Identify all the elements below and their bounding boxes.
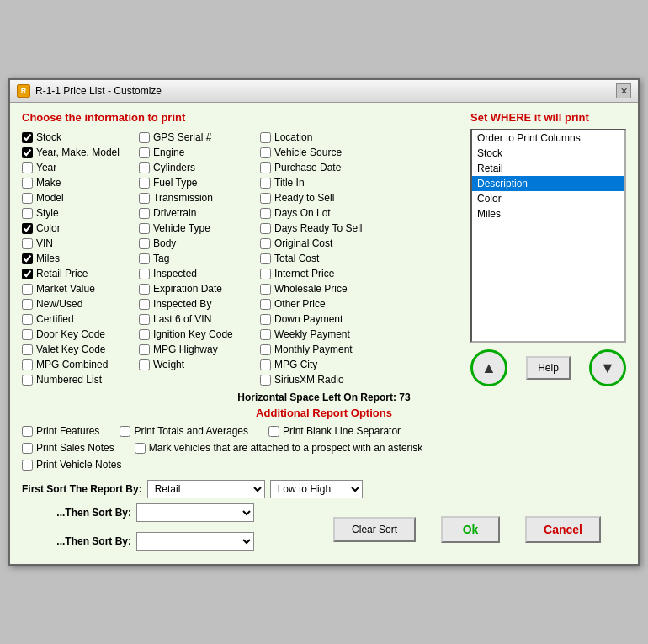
certified-checkbox[interactable] (22, 314, 33, 325)
days-lot-checkbox[interactable] (260, 208, 271, 219)
other-price-checkbox[interactable] (260, 299, 271, 310)
last6vin-label[interactable]: Last 6 of VIN (153, 313, 211, 325)
miles-checkbox[interactable] (22, 253, 33, 264)
clear-sort-button[interactable]: Clear Sort (333, 517, 416, 542)
new-used-checkbox[interactable] (22, 299, 33, 310)
wholesale-checkbox[interactable] (260, 284, 271, 295)
other-price-label[interactable]: Other Price (274, 298, 326, 310)
cancel-button[interactable]: Cancel (525, 516, 601, 543)
down-payment-label[interactable]: Down Payment (274, 313, 343, 325)
engine-label[interactable]: Engine (153, 146, 184, 158)
weight-label[interactable]: Weight (153, 359, 184, 370)
transmission-label[interactable]: Transmission (153, 192, 213, 204)
transmission-checkbox[interactable] (139, 193, 150, 204)
numbered-list-label[interactable]: Numbered List (36, 374, 102, 386)
print-features-label[interactable]: Print Features (36, 425, 99, 437)
ready-sell-checkbox[interactable] (260, 193, 271, 204)
print-totals-checkbox[interactable] (120, 426, 130, 437)
fuel-type-label[interactable]: Fuel Type (153, 177, 197, 189)
down-payment-checkbox[interactable] (260, 314, 271, 325)
year-checkbox[interactable] (22, 162, 33, 173)
vin-checkbox[interactable] (22, 238, 33, 249)
ready-sell-label[interactable]: Ready to Sell (274, 192, 334, 204)
sales-notes-checkbox[interactable] (22, 443, 33, 454)
drivetrain-checkbox[interactable] (139, 208, 150, 219)
year-label[interactable]: Year (36, 162, 56, 173)
make-label[interactable]: Make (36, 177, 61, 189)
order-list-item-miles[interactable]: Miles (472, 206, 624, 221)
location-label[interactable]: Location (274, 131, 312, 143)
valet-key-checkbox[interactable] (22, 344, 33, 355)
mpg-hwy-checkbox[interactable] (139, 344, 150, 355)
direction-select[interactable]: Low to High High to Low (270, 480, 363, 498)
vin-label[interactable]: VIN (36, 237, 53, 249)
days-lot-label[interactable]: Days On Lot (274, 207, 331, 219)
monthly-payment-checkbox[interactable] (260, 344, 271, 355)
blank-line-label[interactable]: Print Blank Line Separator (283, 425, 401, 437)
days-ready-label[interactable]: Days Ready To Sell (274, 222, 363, 234)
title-in-checkbox[interactable] (260, 178, 271, 189)
ignition-key-checkbox[interactable] (139, 329, 150, 340)
retail-price-checkbox[interactable] (22, 269, 33, 279)
retail-price-label[interactable]: Retail Price (36, 268, 88, 279)
order-list[interactable]: Order to Print Columns Stock Retail Desc… (470, 129, 626, 343)
purchase-date-checkbox[interactable] (260, 162, 271, 173)
fuel-type-checkbox[interactable] (139, 178, 150, 189)
valet-key-label[interactable]: Valet Key Code (36, 343, 106, 355)
gps-label[interactable]: GPS Serial # (153, 131, 211, 143)
weight-checkbox[interactable] (139, 359, 150, 370)
siriusxm-label[interactable]: SiriusXM Radio (274, 374, 344, 386)
certified-label[interactable]: Certified (36, 313, 74, 325)
mark-prospect-checkbox[interactable] (135, 443, 146, 454)
vehicle-source-label[interactable]: Vehicle Source (274, 146, 342, 158)
vehicle-type-label[interactable]: Vehicle Type (153, 222, 210, 234)
ignition-key-label[interactable]: Ignition Key Code (153, 328, 233, 340)
total-cost-label[interactable]: Total Cost (274, 253, 319, 264)
color-checkbox[interactable] (22, 223, 33, 234)
exp-date-checkbox[interactable] (139, 284, 150, 295)
inspected-checkbox[interactable] (139, 269, 150, 279)
order-list-item-order-to-print[interactable]: Order to Print Columns (472, 130, 624, 146)
weekly-payment-checkbox[interactable] (260, 329, 271, 340)
order-list-item-description[interactable]: Description (472, 176, 624, 191)
mpg-combined-checkbox[interactable] (22, 359, 33, 370)
order-list-item-color[interactable]: Color (472, 191, 624, 206)
engine-checkbox[interactable] (139, 147, 150, 158)
vehicle-notes-label[interactable]: Print Vehicle Notes (36, 459, 121, 471)
market-value-checkbox[interactable] (22, 284, 33, 295)
ok-button[interactable]: Ok (441, 516, 500, 543)
first-sort-select[interactable]: Retail Stock Year Make Model Color VIN M… (147, 480, 265, 498)
inspected-label[interactable]: Inspected (153, 268, 197, 279)
last6vin-checkbox[interactable] (139, 314, 150, 325)
numbered-list-checkbox[interactable] (22, 375, 33, 386)
mark-prospect-label[interactable]: Mark vehicles that are attached to a pro… (149, 442, 423, 454)
orig-cost-label[interactable]: Original Cost (274, 237, 332, 249)
drivetrain-label[interactable]: Drivetrain (153, 207, 196, 219)
title-in-label[interactable]: Title In (274, 177, 305, 189)
then-sort-select-1[interactable]: Stock Year Make Model Color Retail (136, 503, 254, 522)
exp-date-label[interactable]: Expiration Date (153, 283, 222, 295)
inspected-by-label[interactable]: Inspected By (153, 298, 211, 310)
down-button[interactable]: ▼ (589, 349, 626, 386)
print-totals-label[interactable]: Print Totals and Averages (134, 425, 248, 437)
model-checkbox[interactable] (22, 193, 33, 204)
door-key-checkbox[interactable] (22, 329, 33, 340)
siriusxm-checkbox[interactable] (260, 375, 271, 386)
then-sort-select-2[interactable]: Stock Year Make Model Color Retail (136, 532, 254, 551)
tag-label[interactable]: Tag (153, 253, 169, 264)
up-button[interactable]: ▲ (470, 349, 507, 386)
print-features-checkbox[interactable] (22, 426, 33, 437)
wholesale-label[interactable]: Wholesale Price (274, 283, 348, 295)
orig-cost-checkbox[interactable] (260, 238, 271, 249)
vehicle-source-checkbox[interactable] (260, 147, 271, 158)
purchase-date-label[interactable]: Purchase Date (274, 162, 341, 173)
market-value-label[interactable]: Market Value (36, 283, 95, 295)
internet-price-label[interactable]: Internet Price (274, 268, 334, 279)
door-key-label[interactable]: Door Key Code (36, 328, 105, 340)
mpg-city-label[interactable]: MPG City (274, 359, 317, 370)
mpg-hwy-label[interactable]: MPG Highway (153, 343, 218, 355)
location-checkbox[interactable] (260, 132, 271, 143)
stock-checkbox[interactable] (22, 132, 33, 143)
order-list-item-retail[interactable]: Retail (472, 161, 624, 176)
color-label[interactable]: Color (36, 222, 61, 234)
